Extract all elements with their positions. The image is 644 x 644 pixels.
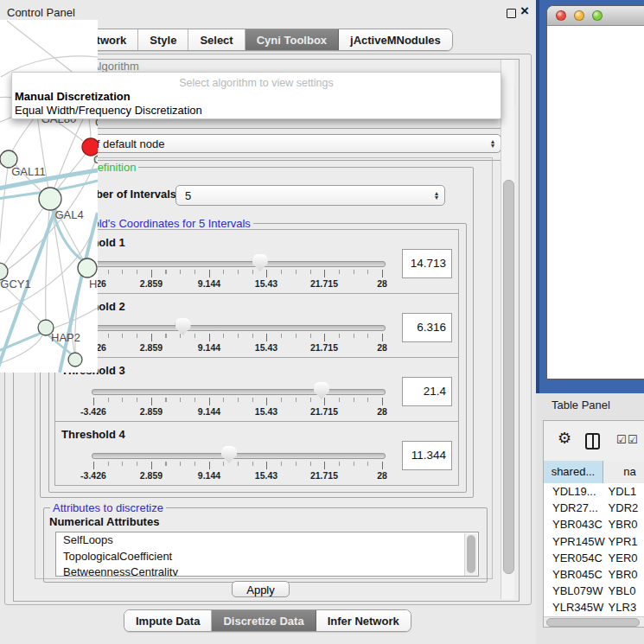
table-cell[interactable]: YLR345W xyxy=(544,601,609,614)
table-cell[interactable]: YDR2 xyxy=(609,501,644,514)
table-row[interactable]: YER054CYER0 xyxy=(544,550,644,566)
table-cell[interactable]: YER0 xyxy=(609,552,644,564)
list-item[interactable]: BetweennessCentrality xyxy=(56,564,478,577)
tab-discretize-data[interactable]: Discretize Data xyxy=(212,610,316,631)
panel-title: Control Panel xyxy=(7,6,75,19)
threshold-value-box[interactable]: 21.4 xyxy=(402,377,452,406)
slider-groove[interactable] xyxy=(92,325,386,331)
tab-cyni-toolbox[interactable]: Cyni Toolbox xyxy=(245,29,339,50)
slider-groove[interactable] xyxy=(92,389,386,395)
table-cell[interactable]: YDL1 xyxy=(609,485,644,498)
table-cell[interactable]: YDR27... xyxy=(544,501,609,514)
panel-scrollbar[interactable] xyxy=(501,60,514,599)
table-cell[interactable]: YBR045C xyxy=(544,568,609,581)
network-node[interactable] xyxy=(68,353,82,367)
column-header-shared-name[interactable]: shared... xyxy=(544,461,603,483)
tick-label: 15.43 xyxy=(255,406,277,417)
table-row[interactable]: YBR043CYBR0 xyxy=(544,516,644,532)
dropdown-option-manual-discretization[interactable]: Manual Discretization xyxy=(15,90,131,103)
slider-handle[interactable] xyxy=(252,254,268,271)
tab-style[interactable]: Style xyxy=(138,29,188,50)
table-cell[interactable]: YLR3 xyxy=(609,601,644,614)
close-button[interactable] xyxy=(556,10,566,21)
top-tab-bar: Network Style Select Cyni Toolbox jActiv… xyxy=(54,29,453,51)
slider-handle[interactable] xyxy=(175,318,191,335)
scrollbar-thumb[interactable] xyxy=(503,180,514,574)
tab-jactivemnodules[interactable]: jActiveMNodules xyxy=(339,29,452,50)
slider-handle[interactable] xyxy=(221,446,237,463)
threshold-slider[interactable]: -3.426 2.859 9.144 15.43 21.715 28 xyxy=(55,448,458,484)
scrollbar-thumb[interactable] xyxy=(546,618,640,627)
list-item[interactable]: SelfLoops xyxy=(56,532,478,549)
network-node[interactable] xyxy=(78,258,97,277)
table-cell[interactable]: YDL19... xyxy=(544,485,609,498)
table-cell[interactable]: YPR145W xyxy=(544,535,609,548)
table-cell[interactable]: YBR0 xyxy=(609,568,644,581)
threshold-slider[interactable]: -3.426 2.859 9.144 15.43 21.715 28 xyxy=(55,256,458,292)
threshold-slider[interactable]: -3.426 2.859 9.144 15.43 21.715 28 xyxy=(55,320,458,356)
table-cell[interactable]: YBL0 xyxy=(609,584,644,597)
tab-impute-data[interactable]: Impute Data xyxy=(124,610,212,631)
column-header-name[interactable]: na xyxy=(603,461,644,483)
tick-label: -3.426 xyxy=(80,406,106,417)
table-row[interactable]: YPR145WYPR1 xyxy=(544,533,644,550)
gear-icon[interactable]: ⚙ xyxy=(558,430,571,446)
checkbox-icon[interactable]: ☑ xyxy=(628,435,638,445)
tick-label: 28 xyxy=(377,406,387,417)
tab-label: Select xyxy=(200,34,233,47)
table-cell[interactable]: YER054C xyxy=(544,552,609,564)
close-icon[interactable]: × xyxy=(520,3,529,20)
slider-groove[interactable] xyxy=(92,261,386,267)
table-panel-title: Table Panel xyxy=(552,399,610,411)
minimize-button[interactable] xyxy=(574,10,584,21)
list-scrollbar[interactable] xyxy=(464,533,477,576)
float-icon[interactable] xyxy=(507,9,516,18)
checkbox-icon[interactable]: ☑ xyxy=(616,435,627,445)
threshold-value-box[interactable]: 11.344 xyxy=(402,441,452,470)
tab-select[interactable]: Select xyxy=(188,29,245,50)
table-row[interactable]: YBL079WYBL0 xyxy=(544,583,644,599)
slider-handle[interactable] xyxy=(314,382,329,399)
dropdown-option-equal-width-frequency[interactable]: Equal Width/Frequency Discretization xyxy=(15,104,202,117)
zoom-button[interactable] xyxy=(592,10,603,21)
split-column-icon[interactable] xyxy=(585,433,600,450)
tick-label: 28 xyxy=(377,470,387,481)
dropdown-hint: Select algorithm to view settings xyxy=(12,77,501,89)
threshold-slider[interactable]: -3.426 2.859 9.144 15.43 21.715 28 xyxy=(55,384,458,420)
threshold-list: Threshold 1 -3.426 2.859 9.144 15.43 21.… xyxy=(54,230,459,486)
tick-label: 9.144 xyxy=(198,278,220,289)
list-item[interactable]: TopologicalCoefficient xyxy=(56,549,478,565)
tick-label: 28 xyxy=(377,278,387,289)
number-of-intervals-combobox[interactable]: 5 ▴▾ xyxy=(175,185,445,206)
threshold-value-box[interactable]: 14.713 xyxy=(402,249,452,278)
table-cell[interactable]: YBL079W xyxy=(544,584,609,597)
tab-infer-network[interactable]: Infer Network xyxy=(316,610,411,631)
table-cell[interactable]: YBR043C xyxy=(544,518,609,531)
table-panel: ⚙ ☑ ☑ shared... na YDL19...YDL1YDR27...Y… xyxy=(543,420,644,628)
slider-ticks xyxy=(93,398,383,406)
tab-label: Infer Network xyxy=(328,615,399,628)
tick-label: 9.144 xyxy=(198,470,220,481)
network-node[interactable] xyxy=(39,188,61,210)
table-hscrollbar[interactable] xyxy=(544,616,644,627)
table-row[interactable]: YBR045CYBR0 xyxy=(544,566,644,583)
slider-groove[interactable] xyxy=(92,453,386,459)
network-window-titlebar[interactable] xyxy=(547,6,644,26)
tick-label: 21.715 xyxy=(310,470,338,481)
table-row[interactable]: YLR345WYLR3 xyxy=(544,599,644,615)
tick-label: 21.715 xyxy=(310,406,338,417)
network-node-label: GAL11 xyxy=(11,165,46,178)
table-cell[interactable]: YPR1 xyxy=(609,535,644,548)
threshold-value-box[interactable]: 6.316 xyxy=(402,313,452,342)
table-cell[interactable]: YBR0 xyxy=(609,518,644,531)
combo-arrows-icon: ▴▾ xyxy=(491,139,494,148)
network-node-label: HAP2 xyxy=(51,331,80,344)
table-rows: YDL19...YDL1YDR27...YDR2YBR043CYBR0YPR14… xyxy=(544,483,644,616)
apply-button[interactable]: Apply xyxy=(232,581,290,597)
table-row[interactable]: YDL19...YDL1 xyxy=(544,483,644,500)
tick-label: 15.43 xyxy=(255,342,277,353)
scrollbar-thumb[interactable] xyxy=(467,535,475,573)
tick-label: 2.859 xyxy=(140,406,163,417)
tick-label: 9.144 xyxy=(198,342,220,353)
table-row[interactable]: YDR27...YDR2 xyxy=(544,500,644,516)
